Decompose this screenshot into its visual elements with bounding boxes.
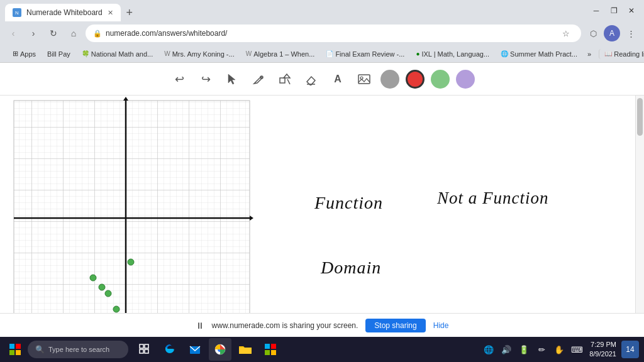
content-area: ↩ ↪: [0, 63, 644, 337]
bookmarks-bar: ⊞ Apps Bill Pay 🍀 National Math and... W…: [0, 45, 644, 63]
battery-icon[interactable]: 🔋: [516, 342, 531, 357]
svg-rect-19: [16, 344, 21, 349]
maximize-button[interactable]: ❐: [606, 3, 621, 18]
bookmark-icon-2: W: [164, 50, 170, 57]
pen-icon[interactable]: ✏: [534, 342, 549, 357]
new-tab-button[interactable]: +: [121, 4, 138, 21]
url-actions: ☆: [558, 26, 574, 41]
svg-rect-25: [145, 349, 148, 353]
color-green[interactable]: [431, 70, 450, 89]
tab-close-button[interactable]: ✕: [108, 9, 113, 17]
taskbar-icon-edge[interactable]: [158, 338, 181, 361]
minimize-button[interactable]: ─: [589, 3, 604, 18]
svg-marker-12: [123, 97, 128, 101]
svg-point-17: [128, 259, 134, 265]
reading-list-icon: 📖: [604, 50, 612, 57]
scrollbar[interactable]: [635, 96, 644, 337]
color-purple[interactable]: [456, 70, 475, 89]
speaker-icon[interactable]: 🔊: [499, 342, 514, 357]
bookmark-apps[interactable]: ⊞ Apps: [8, 48, 41, 59]
touch-icon[interactable]: ✋: [552, 342, 567, 357]
clock-date: 8/9/2021: [589, 349, 616, 359]
reload-button[interactable]: ↻: [45, 25, 62, 41]
active-tab[interactable]: N Numerade Whiteboard ✕: [5, 4, 121, 21]
svg-rect-22: [140, 344, 143, 348]
close-button[interactable]: ✕: [624, 3, 639, 18]
svg-rect-1: [280, 78, 285, 83]
bookmark-final-exam[interactable]: 📄 Final Exam Review -...: [321, 49, 409, 59]
function-label: Function: [314, 193, 383, 213]
svg-rect-20: [9, 350, 14, 355]
scrollbar-thumb[interactable]: [637, 98, 643, 136]
svg-rect-8: [14, 101, 250, 333]
reading-list-button[interactable]: 📖 Reading list: [599, 49, 644, 59]
not-function-label: Not a Function: [437, 189, 549, 208]
whiteboard-canvas[interactable]: Function Not a Function Domain Range ⏸ w…: [0, 96, 644, 337]
browser-actions: ⬡ A ⋮: [585, 25, 639, 41]
back-button[interactable]: ‹: [5, 25, 21, 41]
network-icon[interactable]: 🌐: [481, 342, 496, 357]
forward-button[interactable]: ›: [25, 25, 42, 41]
taskbar-icon-chrome[interactable]: [209, 338, 231, 361]
url-bar[interactable]: 🔒 numerade.com/answers/whiteboard/ ☆: [86, 25, 581, 42]
profile-icon[interactable]: A: [604, 25, 620, 41]
bookmark-icon-5: ●: [416, 50, 419, 57]
bookmarks-more-button[interactable]: »: [584, 49, 595, 59]
bookmark-icon-6: 🌐: [501, 50, 508, 57]
svg-rect-21: [16, 350, 21, 355]
eraser-tool-button[interactable]: [299, 67, 323, 91]
svg-rect-23: [145, 344, 148, 348]
svg-rect-5: [358, 75, 370, 84]
svg-rect-18: [9, 344, 14, 349]
bookmark-billpay[interactable]: Bill Pay: [42, 49, 75, 59]
svg-point-14: [99, 284, 105, 290]
color-gray[interactable]: [380, 70, 399, 89]
extensions-icon[interactable]: ⬡: [585, 25, 601, 41]
bookmark-icon-1: 🍀: [82, 50, 89, 57]
svg-rect-31: [271, 344, 276, 349]
search-bar[interactable]: 🔍 Type here to search: [28, 341, 128, 358]
clock: 7:29 PM 8/9/2021: [589, 340, 616, 359]
draw-tool-button[interactable]: [247, 67, 270, 91]
svg-rect-30: [265, 344, 270, 349]
home-button[interactable]: ⌂: [65, 25, 82, 41]
select-tool-button[interactable]: [220, 67, 244, 91]
menu-button[interactable]: ⋮: [623, 25, 639, 41]
svg-line-3: [287, 79, 290, 84]
bookmark-summer-math[interactable]: 🌐 Summer Math Pract...: [496, 49, 582, 59]
hide-button[interactable]: Hide: [433, 321, 449, 330]
undo-button[interactable]: ↩: [167, 67, 191, 91]
image-tool-button[interactable]: [352, 67, 376, 91]
redo-button[interactable]: ↪: [194, 67, 218, 91]
bookmark-algebra[interactable]: W Algebra 1 – When...: [241, 49, 320, 59]
start-button[interactable]: [5, 339, 25, 359]
url-text: numerade.com/answers/whiteboard/: [106, 29, 555, 38]
apps-grid-icon: ⊞: [13, 50, 18, 58]
bookmark-national-math[interactable]: 🍀 National Math and...: [77, 49, 158, 59]
color-red[interactable]: [406, 70, 425, 89]
bookmark-ixl[interactable]: ● IXL | Math, Languag...: [411, 49, 494, 59]
domain-label: Domain: [321, 258, 381, 278]
bookmark-star-icon[interactable]: ☆: [558, 26, 574, 41]
screen-share-bar: ⏸ www.numerade.com is sharing your scree…: [0, 313, 644, 337]
taskbar-icon-store[interactable]: [259, 338, 282, 361]
search-icon: 🔍: [35, 345, 45, 354]
bookmark-icon-3: W: [246, 50, 252, 57]
bookmark-amy-koning[interactable]: W Mrs. Amy Koning -...: [159, 49, 239, 59]
stop-sharing-button[interactable]: Stop sharing: [365, 319, 425, 332]
title-bar: N Numerade Whiteboard ✕ + ─ ❐ ✕: [0, 0, 644, 21]
window-controls: ─ ❐ ✕: [589, 3, 639, 18]
search-placeholder: Type here to search: [48, 346, 109, 353]
shapes-tool-button[interactable]: [273, 67, 297, 91]
bookmark-icon-4: 📄: [326, 50, 333, 57]
taskbar-icon-mail[interactable]: [184, 338, 206, 361]
clock-time: 7:29 PM: [589, 340, 616, 349]
keyboard-icon[interactable]: ⌨: [569, 342, 584, 357]
notification-button[interactable]: 14: [621, 341, 639, 358]
taskbar-icon-folder[interactable]: [234, 338, 257, 361]
screen-share-icon: ⏸: [196, 321, 204, 331]
text-tool-button[interactable]: A: [326, 67, 350, 91]
taskbar-icon-taskview[interactable]: [133, 338, 156, 361]
tab-favicon: N: [13, 8, 21, 17]
svg-marker-2: [284, 74, 290, 78]
